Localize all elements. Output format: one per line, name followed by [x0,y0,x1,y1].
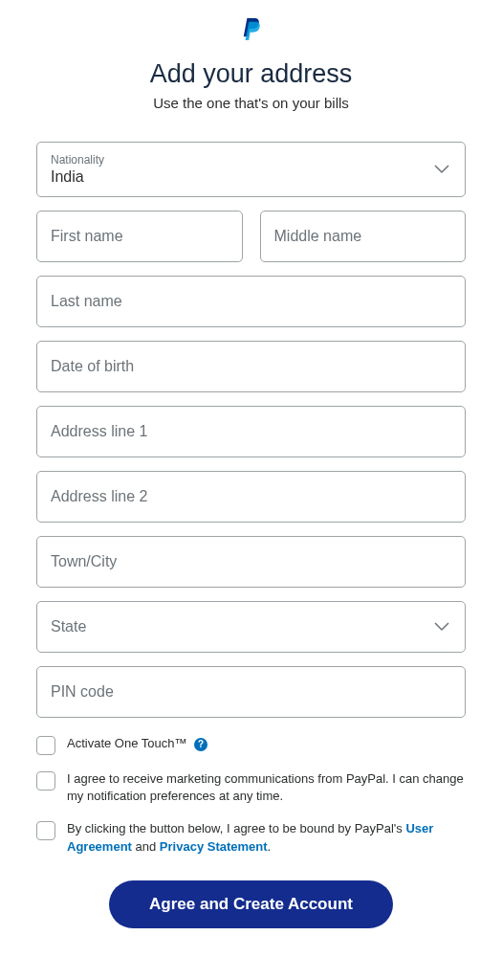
nationality-value: India [51,168,451,186]
nationality-select[interactable]: Nationality India [36,142,466,197]
page-subtitle: Use the one that's on your bills [36,95,466,111]
chevron-down-icon [434,161,449,178]
state-select[interactable]: State [36,601,466,653]
first-name-field[interactable]: First name [36,211,243,262]
middle-name-field[interactable]: Middle name [260,211,467,262]
address2-placeholder: Address line 2 [51,488,451,505]
terms-label: By clicking the button below, I agree to… [67,820,466,855]
page-title: Add your address [36,59,466,89]
pin-code-placeholder: PIN code [51,683,451,701]
state-placeholder: State [51,618,451,635]
address1-placeholder: Address line 1 [51,423,451,440]
first-name-placeholder: First name [51,228,229,245]
dob-field[interactable]: Date of birth [36,341,466,392]
town-city-field[interactable]: Town/City [36,536,466,588]
pin-code-field[interactable]: PIN code [36,666,466,718]
one-touch-checkbox[interactable] [36,736,55,755]
address1-field[interactable]: Address line 1 [36,406,466,457]
marketing-checkbox[interactable] [36,771,55,791]
agree-create-account-button[interactable]: Agree and Create Account [109,880,393,928]
privacy-statement-link[interactable]: Privacy Statement [160,839,268,854]
last-name-field[interactable]: Last name [36,276,466,327]
chevron-down-icon [434,618,449,635]
one-touch-label: Activate One Touch™ ? [67,735,207,752]
last-name-placeholder: Last name [51,293,451,310]
help-icon[interactable]: ? [194,738,207,751]
town-city-placeholder: Town/City [51,553,451,570]
nationality-label: Nationality [51,153,451,167]
middle-name-placeholder: Middle name [274,228,452,245]
address2-field[interactable]: Address line 2 [36,471,466,523]
terms-checkbox[interactable] [36,821,55,840]
marketing-label: I agree to receive marketing communicati… [67,770,466,805]
paypal-logo [36,17,466,42]
dob-placeholder: Date of birth [51,358,451,375]
